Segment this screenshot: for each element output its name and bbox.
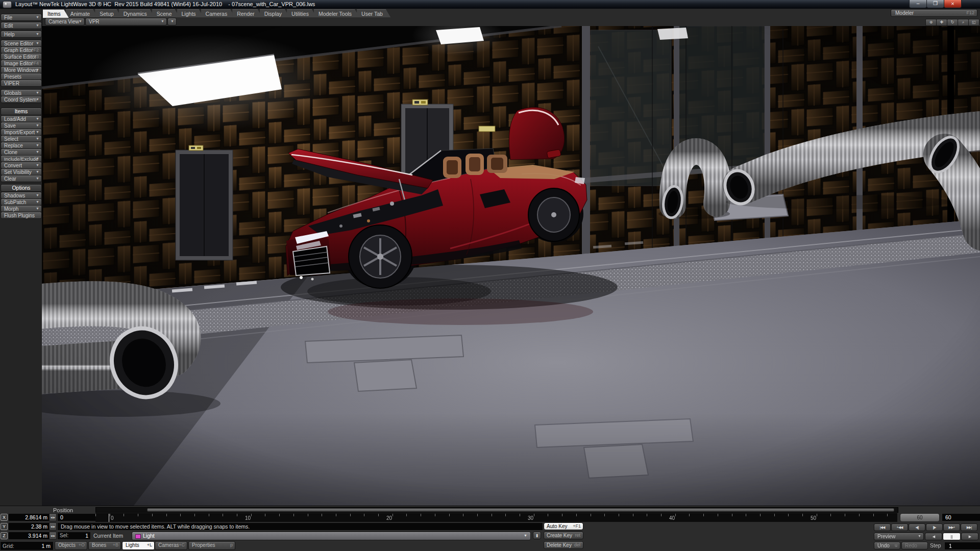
undo-button[interactable]: Undo u [874,542,900,549]
options-group-header: Options [1,184,42,192]
file-menu[interactable]: File▼ [1,14,42,21]
frame-slider-handle[interactable]: 60 [900,513,940,522]
graph-editor-button[interactable]: Graph Editor^F2 [1,46,42,54]
delete-key-button[interactable]: Delete Key del [544,541,583,549]
x-spinner[interactable]: ◀ ▶ [49,513,57,521]
edit-menu[interactable]: Edit▼ [1,22,42,29]
convert-button[interactable]: Convert▼ [1,162,42,169]
item-tab-cameras[interactable]: Cameras+C [155,541,187,550]
tab-animate[interactable]: Animate [66,9,99,18]
timeline-ruler[interactable]: 0 10 20 30 40 50 [95,513,897,522]
tab-modeler-tools[interactable]: Modeler Tools [314,9,360,18]
z-spinner[interactable]: ◀ ▶ [49,532,57,540]
tab-user-tab[interactable]: User Tab [357,9,391,18]
pause-button[interactable]: || [943,533,961,540]
presets-button[interactable]: Presets [1,73,42,80]
prev-key-button[interactable]: +◀◀ [891,523,908,531]
import-export-button[interactable]: Import/Export▼ [1,129,42,136]
position-z-value[interactable]: 3.914 m [8,532,50,540]
render-mode-dropdown[interactable]: VPR ▼ [85,18,167,26]
last-frame-field[interactable]: 60 [942,513,980,521]
view-mode-dropdown[interactable]: Camera View ▼ [45,18,85,26]
chevron-down-icon: ▼ [36,207,39,210]
axis-z-button[interactable]: Z [1,532,8,539]
tab-display[interactable]: Display [260,9,290,18]
chevron-down-icon: ▼ [36,150,39,154]
more-windows-button[interactable]: More Windows▼ [1,66,42,73]
item-edit-button[interactable]: ▮ [533,532,541,539]
properties-button[interactable]: Propertiesp [188,541,235,550]
select-button[interactable]: Select▼ [1,135,42,142]
tab-cameras[interactable]: Cameras [201,9,236,18]
step-back-button[interactable]: ◀|| [909,523,925,531]
flush-plugins-button[interactable]: Flush Plugins [1,212,42,219]
play-reverse-button[interactable]: ◀ [925,533,942,540]
restore-button[interactable]: ❐ [926,0,944,8]
go-end-button[interactable]: ▶▶| [961,523,977,531]
tab-render[interactable]: Render [232,9,262,18]
subpatch-button[interactable]: SubPatch▼ [1,198,42,206]
include-exclude-button[interactable]: Include/Exclude▼ [1,155,42,162]
preview-dropdown[interactable]: Preview ▼ [874,533,924,540]
title-bar[interactable]: Layout™ NewTek LightWave 3D ® HC Rev 201… [0,0,980,9]
fit-icon[interactable]: ◱ [968,19,979,26]
chevron-down-icon: ▼ [36,23,39,27]
image-editor-button[interactable]: Image Editor^F4 [1,60,42,67]
position-y-value[interactable]: 2.38 m [8,522,50,531]
app-icon [3,1,12,8]
save-button[interactable]: Save▼ [1,122,42,129]
step-field[interactable]: 1 [944,542,980,550]
shadows-button[interactable]: Shadows▼ [1,192,42,199]
item-tab-bones[interactable]: Bones+B [88,541,121,550]
step-label: Step [930,542,941,548]
tab-items[interactable]: Items [43,9,69,18]
close-button[interactable]: × [944,0,962,8]
go-start-button[interactable]: |◀◀ [874,523,891,531]
vignette [42,26,980,506]
tab-dynamics[interactable]: Dynamics [119,9,155,18]
scene-editor-button[interactable]: Scene Editor▼ [1,40,42,47]
move-icon[interactable]: ✚ [936,19,947,26]
timeline-scrollbar[interactable] [95,507,898,513]
tab-utilities[interactable]: Utilities [287,9,317,18]
viewport-3d-scene[interactable] [42,26,980,506]
axis-y-button[interactable]: Y [1,523,8,530]
current-frame-marker[interactable] [109,514,109,522]
load-add-button[interactable]: Load/Add▼ [1,115,42,122]
tab-lights[interactable]: Lights [177,9,204,18]
grid-size: Grid: 1 m [0,541,54,550]
auto-key-button[interactable]: Auto Key +F1 [544,522,583,530]
position-x-value[interactable]: 2.8614 m [8,513,50,521]
clear-button[interactable]: Clear▼ [1,175,42,182]
surface-editor-button[interactable]: Surface Editor^F3 [1,53,42,60]
current-item-dropdown[interactable]: Light ▼ [132,532,531,540]
axis-x-button[interactable]: X [1,514,8,521]
rotate-icon[interactable]: ↻ [947,19,958,26]
set-visibility-button[interactable]: Set Visibility▼ [1,168,42,176]
morph-button[interactable]: Morph▼ [1,205,42,212]
main-tab-bar: ItemsAnimateSetupDynamicsSceneLightsCame… [42,9,980,18]
item-tab-lights[interactable]: Lights+L [122,541,155,550]
modeler-button[interactable]: Modeler F12 [891,9,977,17]
current-frame-field[interactable]: 0 [57,513,97,521]
zoom-icon[interactable]: ⌕ [958,19,969,26]
tab-scene[interactable]: Scene [152,9,180,18]
next-key-button[interactable]: ▶▶+ [943,523,960,531]
create-key-button[interactable]: Create Key ret [544,532,583,539]
minimize-button[interactable]: – [909,0,927,8]
help-menu[interactable]: Help▼ [1,31,42,38]
chevron-down-icon: ▼ [36,137,39,140]
coord-system-button[interactable]: Coord System▼ [1,96,42,103]
replace-button[interactable]: Replace▼ [1,142,42,149]
redo-button[interactable]: Redo [901,542,928,549]
step-forward-button[interactable]: ||▶ [926,523,943,531]
clone-button[interactable]: Clone▼ [1,148,42,156]
center-icon[interactable]: ⊕ [925,19,937,26]
item-tab-objects[interactable]: Objects+O [55,541,87,550]
tab-setup[interactable]: Setup [95,9,121,18]
play-button[interactable]: ▶ [961,533,978,540]
viper-button[interactable]: VIPER [1,80,42,87]
globals-button[interactable]: Globals▼ [1,89,42,96]
render-options-dropdown[interactable]: ▼ [167,18,177,26]
y-spinner[interactable]: ◀ ▶ [49,522,57,531]
